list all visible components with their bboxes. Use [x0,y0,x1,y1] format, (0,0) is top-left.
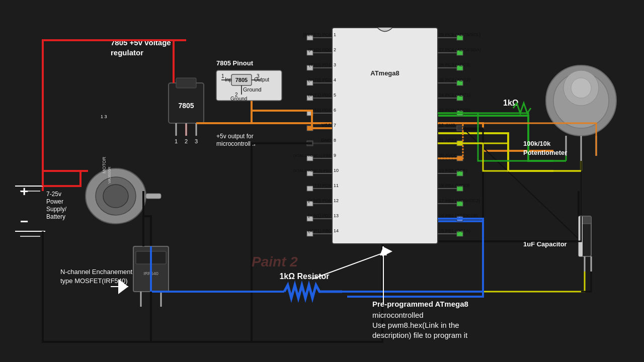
svg-rect-2 [176,78,196,88]
svg-rect-144 [146,194,161,199]
svg-text:Pre-programmed  ATmega8: Pre-programmed ATmega8 [372,300,468,308]
svg-text:VA3606R: VA3606R [107,166,112,184]
svg-text:1: 1 [334,32,336,37]
svg-text:(AIN1) PD7: (AIN1) PD7 [308,213,331,218]
svg-text:microcontrolled: microcontrolled [372,311,424,319]
svg-text:7: 7 [334,123,336,128]
svg-text:24: 24 [439,93,444,98]
svg-text:(TXD) PD1: (TXD) PD1 [309,62,331,67]
svg-text:(INT0) PD2: (INT0) PD2 [308,77,331,82]
svg-text:11: 11 [334,183,339,188]
svg-text:5: 5 [334,93,336,98]
svg-text:GND: GND [321,138,332,143]
svg-text:(T1) PD5: (T1) PD5 [312,183,331,188]
svg-text:3: 3 [334,62,336,67]
svg-point-143 [103,185,128,208]
svg-text:ATmega8: ATmega8 [370,69,399,77]
svg-text:14: 14 [334,228,339,233]
svg-text:16: 16 [439,213,444,218]
svg-rect-70 [307,186,313,191]
svg-text:PB2 (SS/OC1B): PB2 (SS/OC1B) [445,213,478,218]
svg-text:AVCC: AVCC [445,153,458,158]
svg-text:PC4 (ADC4/SDA): PC4 (ADC4/SDA) [445,47,481,52]
circuit-diagram: 7805 1 2 3 1 Input 7805 3 Output 2 Groun… [0,0,644,362]
svg-rect-110 [457,126,463,131]
svg-text:15: 15 [439,228,444,233]
svg-text:1         3: 1 3 [101,114,107,119]
svg-text:12: 12 [334,198,339,203]
svg-text:9: 9 [334,153,336,158]
svg-text:N-channel Enchanement: N-channel Enchanement [60,268,132,276]
svg-text:PC5 (ADC5/SCL): PC5 (ADC5/SCL) [445,32,480,37]
svg-text:PB4 (MISO): PB4 (MISO) [445,183,470,188]
svg-text:18: 18 [439,183,444,188]
svg-text:+5v output for: +5v output for [216,133,254,140]
svg-text:7805 Pinout: 7805 Pinout [216,59,254,67]
svg-text:Use pwm8.hex(Link in the: Use pwm8.hex(Link in the [372,321,459,329]
svg-text:type MOSFET(IRF540): type MOSFET(IRF540) [60,277,128,285]
svg-text:(RXD) PD0: (RXD) PD0 [308,47,331,52]
svg-text:26: 26 [439,62,444,67]
svg-text:Supply/: Supply/ [46,206,67,213]
svg-text:(XTAL2/TOSC2) PB7: (XTAL2/TOSC2) PB7 [293,168,332,173]
svg-text:microcontroller: microcontroller [216,140,256,147]
svg-text:regulator: regulator [111,48,143,57]
svg-text:2: 2 [334,47,336,52]
svg-text:17: 17 [439,198,444,203]
svg-text:PB1 (OC1A): PB1 (OC1A) [445,228,470,233]
svg-text:3: 3 [195,138,198,144]
svg-text:PB3 (MOSI/OC2): PB3 (MOSI/OC2) [445,198,480,203]
svg-text:Ground: Ground [230,96,247,102]
svg-text:description) file to program i: description) file to program it [372,331,468,339]
svg-text:(XTAL1/TOSC1) PB6: (XTAL1/TOSC1) PB6 [293,153,332,158]
svg-text:PC0 (ADC0): PC0 (ADC0) [445,108,470,113]
svg-text:(ICP1) PB0: (ICP1) PB0 [308,228,331,233]
svg-text:(RESET) PC6: (RESET) PC6 [303,32,331,37]
svg-text:8: 8 [334,138,336,143]
svg-text:100k/10k: 100k/10k [523,140,551,147]
svg-text:Potentiometer: Potentiometer [523,149,567,156]
svg-text:7-25v: 7-25v [46,191,61,198]
svg-text:23: 23 [439,108,444,113]
svg-text:Battery: Battery [46,213,65,220]
svg-text:PC1 (ADC1): PC1 (ADC1) [445,93,470,98]
svg-text:6: 6 [334,108,336,113]
svg-text:PC2 (ADC2): PC2 (ADC2) [445,77,470,82]
svg-text:13: 13 [334,213,339,218]
svg-text:VCC: VCC [321,123,332,128]
svg-text:4: 4 [334,77,336,82]
svg-text:(INT1) PD3: (INT1) PD3 [308,93,331,98]
svg-text:MOTOR: MOTOR [102,156,107,173]
svg-rect-27 [332,28,438,244]
svg-text:27: 27 [439,47,444,52]
svg-text:19: 19 [439,168,444,173]
svg-text:Ground: Ground [243,86,262,93]
svg-text:25: 25 [439,77,444,82]
svg-text:1: 1 [221,73,224,79]
svg-text:AREF: AREF [445,138,458,143]
svg-text:1kΩ Resistor: 1kΩ Resistor [279,272,329,281]
svg-text:21: 21 [439,138,444,143]
svg-text:(AIN0) PD6: (AIN0) PD6 [308,198,331,203]
svg-text:10: 10 [334,168,339,173]
svg-text:20: 20 [439,153,444,158]
svg-text:PB5 (SCK): PB5 (SCK) [445,168,467,173]
svg-text:PC3 (ADC3): PC3 (ADC3) [445,62,470,67]
svg-text:−: − [20,214,28,229]
svg-text:7805: 7805 [235,77,248,83]
svg-text:7805: 7805 [178,102,194,110]
svg-text:1: 1 [175,138,178,144]
svg-text:28: 28 [439,32,444,37]
svg-text:Paint 2: Paint 2 [252,254,298,269]
svg-text:2: 2 [185,138,188,144]
svg-point-165 [571,78,591,98]
svg-text:Power: Power [46,198,63,205]
